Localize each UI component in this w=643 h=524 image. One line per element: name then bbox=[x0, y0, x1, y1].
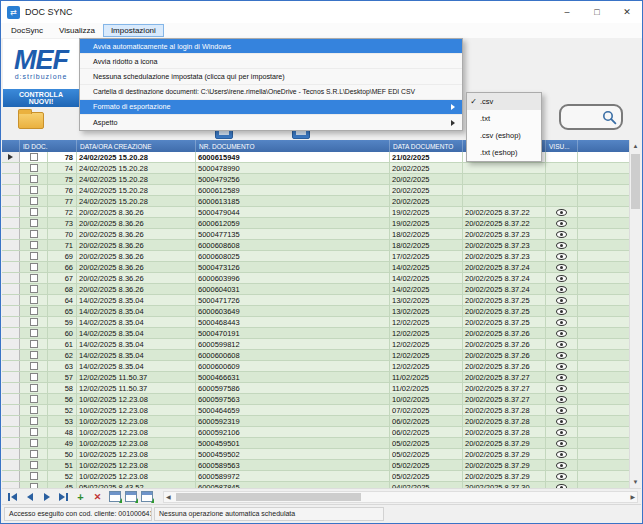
cell-visu[interactable] bbox=[546, 361, 578, 371]
scroll-down-icon[interactable]: ▼ bbox=[630, 476, 641, 488]
cell-visu[interactable] bbox=[546, 416, 578, 426]
row-checkbox-cell[interactable] bbox=[20, 174, 48, 184]
header-data-documento[interactable]: DATA DOCUMENTO bbox=[390, 140, 463, 152]
cell-visu[interactable] bbox=[546, 251, 578, 261]
eye-icon[interactable] bbox=[556, 462, 567, 469]
row-checkbox-cell[interactable] bbox=[20, 251, 48, 261]
checkbox[interactable] bbox=[30, 208, 38, 216]
eye-icon[interactable] bbox=[556, 286, 567, 293]
checkbox[interactable] bbox=[30, 318, 38, 326]
row-checkbox-cell[interactable] bbox=[20, 218, 48, 228]
checkbox[interactable] bbox=[30, 395, 38, 403]
table-row[interactable]: 49 10/02/2025 12.23.08 5000459501 05/02/… bbox=[2, 438, 630, 449]
row-checkbox-cell[interactable] bbox=[20, 405, 48, 415]
row-checkbox-cell[interactable] bbox=[20, 394, 48, 404]
table-row[interactable]: 76 24/02/2025 15.20.28 6000612589 20/02/… bbox=[2, 185, 630, 196]
row-checkbox-cell[interactable] bbox=[20, 416, 48, 426]
eye-icon[interactable] bbox=[556, 374, 567, 381]
menu-item-aspetto[interactable]: Aspetto bbox=[80, 115, 462, 130]
eye-icon[interactable] bbox=[556, 418, 567, 425]
row-checkbox-cell[interactable] bbox=[20, 152, 48, 162]
header-data-ora-creazione[interactable]: DATA/ORA CREAZIONE bbox=[77, 140, 196, 152]
eye-icon[interactable] bbox=[556, 231, 567, 238]
row-checkbox-cell[interactable] bbox=[20, 449, 48, 459]
previous-record-button[interactable] bbox=[22, 490, 37, 503]
table-row[interactable]: 50 10/02/2025 12.23.08 5000459502 05/02/… bbox=[2, 449, 630, 460]
vertical-scroll-thumb[interactable] bbox=[631, 154, 640, 209]
cell-visu[interactable] bbox=[546, 174, 578, 184]
row-checkbox-cell[interactable] bbox=[20, 163, 48, 173]
cell-visu[interactable] bbox=[546, 207, 578, 217]
row-checkbox-cell[interactable] bbox=[20, 471, 48, 481]
table-row[interactable]: 51 10/02/2025 12.23.08 6000589563 05/02/… bbox=[2, 460, 630, 471]
cell-visu[interactable] bbox=[546, 405, 578, 415]
folder-icon[interactable] bbox=[18, 112, 44, 129]
cell-visu[interactable] bbox=[546, 394, 578, 404]
checkbox[interactable] bbox=[30, 472, 38, 480]
cell-visu[interactable] bbox=[546, 163, 578, 173]
eye-icon[interactable] bbox=[556, 407, 567, 414]
table-row[interactable]: 67 20/02/2025 8.36.26 6000603996 14/02/2… bbox=[2, 273, 630, 284]
scroll-up-icon[interactable]: ▲ bbox=[630, 140, 641, 152]
checkbox[interactable] bbox=[30, 406, 38, 414]
row-checkbox-cell[interactable] bbox=[20, 229, 48, 239]
eye-icon[interactable] bbox=[556, 429, 567, 436]
menu-item-schedulazione[interactable]: Nessuna schedulazione impostata (clicca … bbox=[80, 69, 462, 84]
cell-visu[interactable] bbox=[546, 185, 578, 195]
table-row[interactable]: 59 14/02/2025 8.35.04 5000468443 12/02/2… bbox=[2, 317, 630, 328]
cell-visu[interactable] bbox=[546, 449, 578, 459]
checkbox[interactable] bbox=[30, 241, 38, 249]
checkbox[interactable] bbox=[30, 219, 38, 227]
table-row[interactable]: 53 10/02/2025 12.23.08 6000592319 06/02/… bbox=[2, 416, 630, 427]
next-record-button[interactable] bbox=[39, 490, 54, 503]
checkbox[interactable] bbox=[30, 384, 38, 392]
table-row[interactable]: 70 20/02/2025 8.36.26 5000477135 18/02/2… bbox=[2, 229, 630, 240]
cell-visu[interactable] bbox=[546, 229, 578, 239]
checkbox[interactable] bbox=[30, 340, 38, 348]
table-row[interactable]: 63 14/02/2025 8.35.04 6000600609 12/02/2… bbox=[2, 361, 630, 372]
last-record-button[interactable] bbox=[56, 490, 71, 503]
eye-icon[interactable] bbox=[556, 330, 567, 337]
cell-visu[interactable] bbox=[546, 438, 578, 448]
checkbox[interactable] bbox=[30, 263, 38, 271]
eye-icon[interactable] bbox=[556, 264, 567, 271]
checkbox[interactable] bbox=[30, 362, 38, 370]
row-checkbox-cell[interactable] bbox=[20, 339, 48, 349]
checkbox[interactable] bbox=[30, 175, 38, 183]
cell-visu[interactable] bbox=[546, 152, 578, 162]
eye-icon[interactable] bbox=[556, 220, 567, 227]
checkbox[interactable] bbox=[30, 197, 38, 205]
row-checkbox-cell[interactable] bbox=[20, 196, 48, 206]
submenu-item-csv-eshop[interactable]: .csv (eshop) bbox=[467, 127, 541, 144]
menu-item-formato-esportazione[interactable]: Formato di esportazione bbox=[80, 100, 462, 115]
menu-item-avvia-ridotto[interactable]: Avvia ridotto a icona bbox=[80, 54, 462, 69]
cell-visu[interactable] bbox=[546, 306, 578, 316]
checkbox[interactable] bbox=[30, 285, 38, 293]
checkbox[interactable] bbox=[30, 351, 38, 359]
row-checkbox-cell[interactable] bbox=[20, 328, 48, 338]
cell-visu[interactable] bbox=[546, 471, 578, 481]
row-checkbox-cell[interactable] bbox=[20, 438, 48, 448]
checkbox[interactable] bbox=[30, 296, 38, 304]
cell-visu[interactable] bbox=[546, 273, 578, 283]
table-row[interactable]: 77 24/02/2025 15.20.28 6000613185 20/02/… bbox=[2, 196, 630, 207]
scroll-left-icon[interactable]: ◀ bbox=[166, 492, 171, 502]
row-checkbox-cell[interactable] bbox=[20, 262, 48, 272]
cell-visu[interactable] bbox=[546, 284, 578, 294]
table-row[interactable]: 60 14/02/2025 8.35.04 5000470191 12/02/2… bbox=[2, 328, 630, 339]
row-checkbox-cell[interactable] bbox=[20, 383, 48, 393]
submenu-item-txt[interactable]: .txt bbox=[467, 110, 541, 127]
checkbox[interactable] bbox=[30, 164, 38, 172]
checkbox[interactable] bbox=[30, 329, 38, 337]
table-row[interactable]: 64 14/02/2025 8.35.04 5000471726 13/02/2… bbox=[2, 295, 630, 306]
row-checkbox-cell[interactable] bbox=[20, 207, 48, 217]
menubar-item-impostazioni[interactable]: Impostazioni bbox=[103, 24, 164, 37]
checkbox[interactable] bbox=[30, 450, 38, 458]
row-checkbox-cell[interactable] bbox=[20, 372, 48, 382]
row-checkbox-cell[interactable] bbox=[20, 240, 48, 250]
eye-icon[interactable] bbox=[556, 440, 567, 447]
eye-icon[interactable] bbox=[556, 242, 567, 249]
checkbox[interactable] bbox=[30, 153, 38, 161]
eye-icon[interactable] bbox=[556, 341, 567, 348]
table-row[interactable]: 68 20/02/2025 8.36.26 6000604031 14/02/2… bbox=[2, 284, 630, 295]
